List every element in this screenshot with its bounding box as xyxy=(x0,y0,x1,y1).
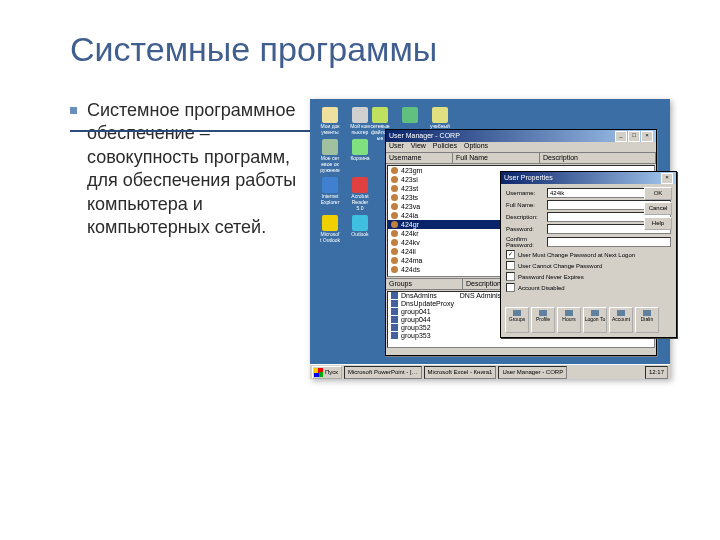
hours-button[interactable]: Hours xyxy=(557,307,581,333)
help-button[interactable]: Help xyxy=(644,217,672,230)
maximize-button[interactable]: □ xyxy=(628,131,640,142)
user-properties-dialog: User Properties × Username:424ik Full Na… xyxy=(500,171,677,338)
taskbar-item[interactable]: User Manager - CORP xyxy=(498,366,567,379)
bullet-1: Системное программное обеспечение – сово… xyxy=(70,99,300,239)
dialog-toolbar: Groups Profile Hours Logon To Account Di… xyxy=(505,307,659,333)
confirm-password-input[interactable] xyxy=(547,237,671,247)
close-button[interactable]: × xyxy=(641,131,653,142)
taskbar-item[interactable]: Microsoft PowerPoint - [… xyxy=(344,366,422,379)
dialog-titlebar[interactable]: User Properties × xyxy=(501,172,676,184)
bullet-square-icon xyxy=(70,107,77,114)
system-tray[interactable]: 12:17 xyxy=(645,366,668,379)
account-button[interactable]: Account xyxy=(609,307,633,333)
ok-button[interactable]: OK xyxy=(644,187,672,200)
logonto-button[interactable]: Logon To xyxy=(583,307,607,333)
taskbar-item[interactable]: Microsoft Excel - Книга1 xyxy=(424,366,497,379)
bullet-text: Системное программное обеспечение – сово… xyxy=(87,99,300,239)
window-title: User Manager - CORP xyxy=(389,130,460,142)
cancel-button[interactable]: Cancel xyxy=(644,202,672,215)
window-titlebar[interactable]: User Manager - CORP _ □ × xyxy=(386,130,656,142)
dialog-close-button[interactable]: × xyxy=(661,173,673,184)
user-list-header: Username Full Name Description xyxy=(386,153,656,164)
groups-button[interactable]: Groups xyxy=(505,307,529,333)
taskbar[interactable]: Пуск Microsoft PowerPoint - [… Microsoft… xyxy=(310,364,670,379)
dialog-title: User Properties xyxy=(504,172,553,184)
profile-button[interactable]: Profile xyxy=(531,307,555,333)
start-button[interactable]: Пуск xyxy=(312,366,342,379)
dialin-button[interactable]: Dialin xyxy=(635,307,659,333)
windows-desktop-screenshot: Мои документы Мой компьютер Мое сетевое … xyxy=(310,99,670,379)
menubar[interactable]: UserViewPoliciesOptions xyxy=(386,142,656,153)
windows-flag-icon xyxy=(314,368,323,377)
minimize-button[interactable]: _ xyxy=(615,131,627,142)
slide-title: Системные программы xyxy=(70,30,680,69)
